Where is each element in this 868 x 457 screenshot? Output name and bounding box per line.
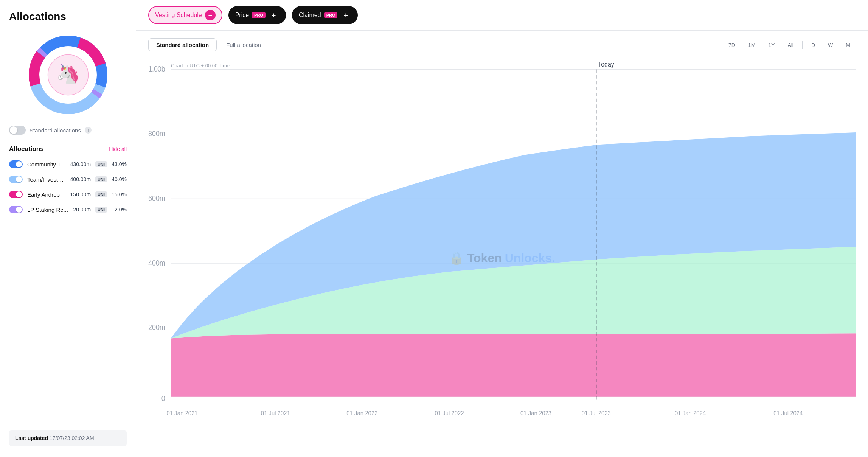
allocation-amount: 150.00m <box>70 191 91 197</box>
price-plus-icon[interactable]: + <box>269 10 279 20</box>
list-item: Community T... 430.00m UNI 43.0% <box>9 160 127 168</box>
time-controls: 7D 1M 1Y All D W M <box>723 39 856 51</box>
svg-text:Today: Today <box>598 61 614 68</box>
allocation-name: Early Airdrop <box>27 191 66 198</box>
claimed-label: Claimed <box>299 12 321 19</box>
donut-chart-container: 🦄 <box>9 33 127 117</box>
info-icon[interactable]: i <box>85 127 92 134</box>
allocations-section-title: Allocations <box>9 145 44 153</box>
svg-text:0: 0 <box>161 394 165 403</box>
main-content: Vesting Schedule − Price PRO + Claimed P… <box>136 0 868 457</box>
price-tab[interactable]: Price PRO + <box>228 6 286 24</box>
list-item: Early Airdrop 150.00m UNI 15.0% <box>9 191 127 198</box>
svg-text:600m: 600m <box>148 194 165 202</box>
allocation-name: Community T... <box>27 161 66 168</box>
vesting-minus-icon[interactable]: − <box>205 10 216 20</box>
early-airdrop-toggle[interactable] <box>9 191 23 198</box>
granularity-m-button[interactable]: M <box>840 39 856 51</box>
early-airdrop-area <box>171 333 856 397</box>
list-item: LP Staking Re... 20.00m UNI 2.0% <box>9 206 127 213</box>
sidebar: Allocations 🦄 <box>0 0 136 457</box>
token-badge: UNI <box>95 191 107 197</box>
list-item: Team/Investo... 400.00m UNI 40.0% <box>9 176 127 183</box>
allocation-percent: 43.0% <box>112 161 127 167</box>
sidebar-title: Allocations <box>9 11 127 23</box>
svg-text:400m: 400m <box>148 259 165 267</box>
svg-text:01 Jan 2023: 01 Jan 2023 <box>520 410 551 417</box>
granularity-d-button[interactable]: D <box>806 39 821 51</box>
svg-text:01 Jul 2021: 01 Jul 2021 <box>261 410 290 417</box>
time-1y-button[interactable]: 1Y <box>762 39 780 51</box>
svg-text:1.00b: 1.00b <box>148 65 165 73</box>
donut-chart: 🦄 <box>26 33 110 117</box>
last-updated-bar: Last updated 17/07/23 02:02 AM <box>9 430 127 446</box>
allocation-amount: 400.00m <box>70 176 91 182</box>
svg-text:🦄: 🦄 <box>56 62 80 85</box>
allocations-list: Community T... 430.00m UNI 43.0% Team/In… <box>9 160 127 213</box>
standard-allocation-label: Standard allocation <box>156 42 209 48</box>
donut-center-logo: 🦄 <box>47 54 89 96</box>
standard-allocations-label: Standard allocations <box>30 127 81 134</box>
svg-text:01 Jul 2024: 01 Jul 2024 <box>773 410 803 417</box>
team-toggle[interactable] <box>9 176 23 183</box>
svg-text:200m: 200m <box>148 323 165 332</box>
time-7d-button[interactable]: 7D <box>723 39 741 51</box>
last-updated-value: 17/07/23 02:02 AM <box>50 435 94 441</box>
chart-wrapper: Chart in UTC + 00:00 Time 1.00b 800m 600… <box>148 59 856 457</box>
svg-text:01 Jan 2024: 01 Jan 2024 <box>675 410 706 417</box>
svg-text:01 Jul 2022: 01 Jul 2022 <box>435 410 464 417</box>
claimed-plus-icon[interactable]: + <box>340 10 351 20</box>
full-allocation-label: Full allocation <box>226 42 261 48</box>
community-toggle[interactable] <box>9 160 23 168</box>
lp-staking-toggle[interactable] <box>9 206 23 213</box>
chart-controls: Standard allocation Full allocation 7D 1… <box>148 38 856 51</box>
claimed-tab[interactable]: Claimed PRO + <box>292 6 358 24</box>
svg-text:01 Jan 2022: 01 Jan 2022 <box>346 410 377 417</box>
token-badge: UNI <box>95 161 107 167</box>
token-badge: UNI <box>95 207 107 213</box>
vesting-chart-svg: 1.00b 800m 600m 400m 200m 0 <box>148 59 856 434</box>
allocation-amount: 20.00m <box>73 207 91 213</box>
allocation-percent: 40.0% <box>112 176 127 182</box>
standard-allocations-toggle[interactable] <box>9 126 26 135</box>
svg-text:01 Jul 2023: 01 Jul 2023 <box>582 410 611 417</box>
price-label: Price <box>235 12 249 19</box>
time-divider <box>802 41 803 49</box>
allocation-percent: 2.0% <box>112 207 127 213</box>
svg-text:01 Jan 2021: 01 Jan 2021 <box>166 410 197 417</box>
allocation-percent: 15.0% <box>112 191 127 197</box>
allocation-name: Team/Investo... <box>27 176 66 183</box>
allocations-header: Allocations Hide all <box>9 145 127 153</box>
allocation-amount: 430.00m <box>70 161 91 167</box>
top-nav: Vesting Schedule − Price PRO + Claimed P… <box>136 0 868 31</box>
time-1m-button[interactable]: 1M <box>742 39 761 51</box>
view-tabs: Standard allocation Full allocation <box>148 38 269 51</box>
claimed-pro-badge: PRO <box>324 12 338 18</box>
svg-text:800m: 800m <box>148 129 165 138</box>
chart-area: Standard allocation Full allocation 7D 1… <box>136 31 868 457</box>
vesting-schedule-tab[interactable]: Vesting Schedule − <box>148 6 222 24</box>
price-pro-badge: PRO <box>252 12 266 18</box>
last-updated-label: Last updated <box>15 435 48 441</box>
tab-full-allocation[interactable]: Full allocation <box>218 38 269 51</box>
allocation-name: LP Staking Re... <box>27 207 68 213</box>
standard-allocations-toggle-row: Standard allocations i <box>9 126 127 135</box>
hide-all-button[interactable]: Hide all <box>109 146 127 152</box>
tab-standard-allocation[interactable]: Standard allocation <box>148 38 217 51</box>
token-badge: UNI <box>95 176 107 182</box>
time-all-button[interactable]: All <box>782 39 799 51</box>
unicorn-icon: 🦄 <box>47 33 89 117</box>
granularity-w-button[interactable]: W <box>822 39 838 51</box>
vesting-schedule-label: Vesting Schedule <box>155 12 202 19</box>
